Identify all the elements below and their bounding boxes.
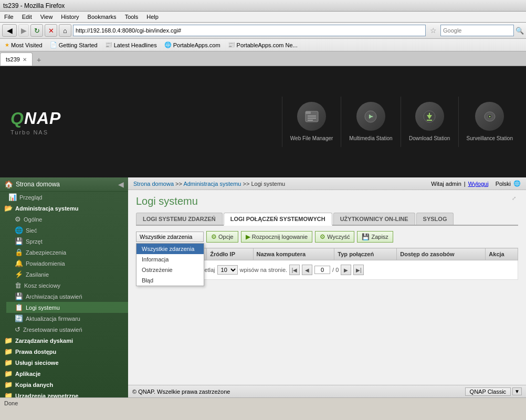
qnap-tagline: Turbo NAS — [10, 129, 94, 135]
menu-file[interactable]: File — [0, 13, 18, 21]
bookmarks-bar: ★ Most Visited 📄 Getting Started 📰 Lates… — [0, 39, 526, 51]
browser-menubar: File Edit View History Bookmarks Tools H… — [0, 12, 526, 23]
news-icon: 📰 — [105, 41, 112, 48]
breadcrumb-admin-link[interactable]: Administracja systemu — [183, 181, 241, 187]
download-station-link[interactable]: Download Station — [401, 97, 458, 147]
sidebar-item-siec[interactable]: 🌐 Sieć — [6, 225, 128, 236]
sidebar-item-zabezpieczenia[interactable]: 🔒 Zabezpieczenia — [6, 247, 128, 258]
sidebar-item-archiwizacja[interactable]: 💾 Archiwizacja ustawień — [6, 291, 128, 302]
web-file-manager-link[interactable]: Web File Manager — [282, 97, 341, 147]
refresh-button[interactable]: ↻ — [30, 24, 43, 37]
home-button[interactable]: ⌂ — [59, 24, 71, 37]
clear-button[interactable]: ⚙ Wyczyść — [315, 231, 354, 243]
filter-select[interactable]: Wszystkie zdarzenia Informacja Ostrzeżen… — [136, 232, 204, 242]
menu-tools[interactable]: Tools — [121, 13, 143, 21]
page-number-input[interactable] — [314, 266, 330, 274]
filter-option-all-item[interactable]: Wszystkie zdarzenia — [136, 244, 204, 254]
sidebar-item-kosz-sieciowy[interactable]: 🗑 Kosz sieciowy — [6, 280, 128, 291]
multimedia-station-link[interactable]: Multimedia Station — [341, 97, 400, 147]
sidebar-item-label: Aktualizacja firmwaru — [26, 316, 80, 322]
sidebar-collapse-button[interactable]: ◀ — [118, 180, 124, 188]
sidebar-item-logi-systemu[interactable]: 📋 Logi systemu — [6, 302, 128, 313]
sidebar-item-reset[interactable]: ↺ Zresetowanie ustawień — [6, 324, 128, 335]
classic-dropdown-icon[interactable]: ▼ — [512, 387, 522, 395]
sidebar-item-label: Usługi sieciowe — [15, 360, 59, 366]
sidebar-item-prawa-dostepu[interactable]: 📁 Prawa dostępu — [0, 346, 128, 357]
sidebar-item-admin-system[interactable]: 📂 Administracja systemu — [0, 203, 128, 214]
status-bar: Done — [0, 397, 526, 408]
tab-close-icon[interactable]: ✕ — [23, 57, 27, 62]
star-icon: ★ — [5, 42, 9, 48]
sidebar-item-przeglad[interactable]: 📊 Przegląd — [0, 192, 128, 203]
sidebar-item-powiadomienia[interactable]: 🔔 Powiadomienia — [6, 258, 128, 269]
back-button[interactable]: ◀ — [2, 24, 17, 37]
next-page-button[interactable]: ▶ — [341, 265, 351, 275]
disk-folder-icon: 📁 — [4, 337, 13, 344]
filter-option-error-item[interactable]: Błąd — [136, 275, 204, 286]
menu-view[interactable]: View — [36, 13, 57, 21]
reset-icon: ↺ — [15, 326, 20, 333]
tab-uzytkownicy-online[interactable]: UŻYTKOWNICY ON-LINE — [333, 213, 415, 225]
last-page-button[interactable]: ▶| — [353, 265, 364, 275]
bookmark-getting-started[interactable]: 📄 Getting Started — [47, 41, 100, 49]
sidebar-item-label: Urządzenia zewnętrzne — [15, 393, 78, 398]
options-button[interactable]: ⚙ Opcje — [206, 231, 238, 243]
entries-select[interactable]: 10 25 50 — [217, 265, 238, 275]
log-toolbar: Wszystkie zdarzenia Informacja Ostrzeżen… — [136, 231, 518, 243]
classic-button[interactable]: QNAP Classic — [465, 387, 511, 396]
sidebar-item-uslugi-sieciowe[interactable]: 📁 Usługi sieciowe — [0, 357, 128, 368]
svg-rect-1 — [306, 111, 311, 114]
surveillance-station-label: Surveillance Station — [467, 135, 513, 142]
bookmark-latest-headlines[interactable]: 📰 Latest Headlines — [102, 41, 160, 49]
new-tab-button[interactable]: + — [33, 54, 45, 66]
lang-globe-icon: 🌐 — [513, 180, 521, 187]
sidebar-item-zarzadzanie-dyskami[interactable]: 📁 Zarządzanie dyskami — [0, 335, 128, 346]
filter-option-info-item[interactable]: Informacja — [136, 254, 204, 265]
sidebar-item-aplikacje[interactable]: 📁 Aplikacje — [0, 368, 128, 379]
sidebar-item-sprzet[interactable]: 💾 Sprzęt — [6, 236, 128, 247]
classic-btn-area: QNAP Classic ▼ — [465, 387, 522, 396]
backup-folder-icon: 📁 — [4, 381, 13, 388]
menu-history[interactable]: History — [57, 13, 83, 21]
filter-option-warning-item[interactable]: Ostrzeżenie — [136, 265, 204, 275]
bookmark-star-icon[interactable]: ☆ — [427, 25, 439, 36]
logout-link[interactable]: Wyloguj — [468, 181, 489, 187]
search-box[interactable] — [440, 25, 514, 36]
menu-help[interactable]: Help — [142, 13, 163, 21]
save-button[interactable]: 💾 Zapisz — [357, 231, 393, 243]
bookmark-portableapps[interactable]: 🌐 PortableApps.com — [162, 41, 223, 49]
resize-handle[interactable]: ⤢ — [512, 195, 518, 202]
sidebar-item-kopia-danych[interactable]: 📁 Kopia danych — [0, 379, 128, 390]
url-bar[interactable] — [73, 25, 426, 36]
col-action: Akcja — [486, 248, 518, 260]
sidebar-item-zasilanie[interactable]: ⚡ Zasilanie — [6, 269, 128, 280]
sidebar-item-aktualizacja[interactable]: 🔄 Aktualizacja firmwaru — [6, 313, 128, 324]
overview-icon: 📊 — [8, 193, 17, 201]
search-go-icon[interactable]: 🔍 — [516, 27, 524, 35]
stop-button[interactable]: ✕ — [45, 24, 57, 37]
surveillance-station-link[interactable]: Surveillance Station — [458, 97, 521, 147]
page-header-row: Logi systemu ⤢ — [136, 195, 518, 213]
bookmark-most-visited[interactable]: ★ Most Visited — [2, 41, 45, 49]
menu-bookmarks[interactable]: Bookmarks — [83, 13, 121, 21]
breadcrumb-sep1: >> — [175, 181, 183, 187]
browser-tab-ts239[interactable]: ts239 ✕ — [0, 52, 33, 66]
sidebar-item-label: Zresetowanie ustawień — [23, 327, 82, 333]
tab-logi-polaczen-systemowych[interactable]: LOGI POŁĄCZEŃ SYSTEMOWYCH — [224, 213, 332, 226]
breadcrumb-home-link[interactable]: Strona domowa — [133, 181, 174, 187]
bookmark-portableapps-ne[interactable]: 📰 PortableApps.com Ne... — [225, 41, 300, 49]
menu-edit[interactable]: Edit — [18, 13, 36, 21]
qnap-app-area: QNAP Turbo NAS Web File Manager — [0, 66, 526, 177]
sidebar-item-ogolne[interactable]: ⚙ Ogólne — [6, 214, 128, 225]
sidebar-item-urzadzenia-zewnetrzne[interactable]: 📁 Urządzenia zewnętrzne — [0, 390, 128, 397]
tab-label: ts239 — [6, 56, 20, 62]
prev-page-button[interactable]: ◀ — [302, 265, 312, 275]
breadcrumb: Strona domowa >> Administracja systemu >… — [133, 181, 285, 187]
bottom-bar: © QNAP. Wszelkie prawa zastrzeżone QNAP … — [128, 385, 526, 397]
doc-icon: 📄 — [50, 41, 57, 48]
tab-logi-systemu-zdarzen[interactable]: LOGI SYSTEMU ZDARZEŃ — [136, 213, 223, 225]
start-logging-button[interactable]: ▶ Rozpocznij logowanie — [241, 231, 312, 243]
tab-syslog[interactable]: SYSLOG — [416, 213, 454, 225]
first-page-button[interactable]: |◀ — [289, 265, 300, 275]
forward-button[interactable]: ▶ — [18, 24, 29, 37]
